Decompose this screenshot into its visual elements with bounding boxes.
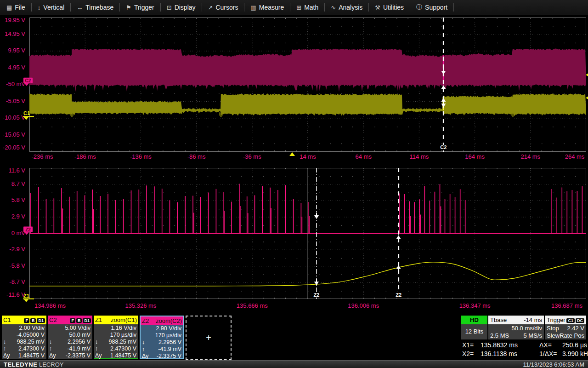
- vertical-arrows-icon: ↕: [38, 4, 41, 11]
- menu-trigger[interactable]: ⚑Trigger: [124, 4, 156, 11]
- timebase-samples: 2.5 MS: [490, 332, 509, 339]
- y-axis-label: -15.05 V: [0, 131, 25, 138]
- tools-icon: ⚒: [375, 4, 380, 11]
- x-axis-label: -36 ms: [222, 153, 282, 160]
- channel-box-c1[interactable]: C1 FBD1 2.00 V/div -4.05000 V ↓988.25 mV…: [2, 316, 46, 359]
- cursor-down-prefix: ↓: [95, 339, 104, 345]
- menu-separator: [368, 3, 369, 12]
- vdiv-value: 5.00 V/div: [58, 325, 90, 332]
- row-prefix: [142, 332, 151, 339]
- delta-y-prefix: Δy: [142, 353, 151, 360]
- zoom-grid-x-axis: 134.986 ms135.326 ms135.666 ms136.006 ms…: [29, 302, 586, 310]
- cursor-down-value: 2.2956 V: [58, 339, 90, 345]
- zoom-grid-y-axis: 11.6 V8.7 V5.8 V2.9 V0 mV-2.9 V-5.8 V-8.…: [0, 168, 27, 299]
- monitor-icon: ⊡: [167, 4, 172, 11]
- hd-title: HD: [470, 316, 479, 323]
- cursor-readout: X1= 135.8632 ms ΔX= 250.6 µs X2= 136.113…: [462, 341, 587, 357]
- hd-header: HD: [461, 316, 487, 324]
- y-axis-label: 2.9 V: [0, 213, 25, 220]
- flag-icon: ⚑: [126, 4, 131, 11]
- x-axis-label: 64 ms: [334, 153, 393, 160]
- y-axis-label: 0 mV: [0, 230, 25, 236]
- svg-text:C2: C2: [25, 78, 31, 83]
- menu-separator: [410, 3, 410, 12]
- delta-y-value: -2.3375 V: [151, 353, 181, 360]
- menu-file[interactable]: ▤File: [5, 4, 27, 11]
- x-axis-label: -86 ms: [167, 153, 226, 160]
- menu-display[interactable]: ⊡Display: [165, 4, 198, 11]
- timebase-box[interactable]: Tbase -14 ms 50.0 ms/div 2.5 MS5 MS/s: [488, 316, 544, 339]
- dx-label: ΔX=: [539, 341, 562, 349]
- cursor-up-prefix: ↑: [95, 345, 104, 352]
- menu-separator: [324, 3, 325, 12]
- y-axis-label: 11.6 V: [0, 167, 25, 174]
- zoom-box-z2-selected[interactable]: Z2 zoom(C2) 2.90 V/div 170 µs/div ↓2.295…: [140, 316, 184, 359]
- x-axis-label: 264 ms: [545, 153, 588, 160]
- zoom-waveform-grid[interactable]: Z2Z2Z2Z1: [29, 168, 586, 299]
- c1-trace: [29, 94, 586, 116]
- cursor-arrow-icon: ↗: [208, 4, 213, 11]
- status-bar: TELEDYNE LECROY 11/13/2023 6:06:53 AM: [0, 360, 588, 368]
- x1-value: 135.8632 ms: [481, 341, 539, 349]
- delta-y-value: 1.48475 V: [12, 352, 45, 359]
- row-prefix: [95, 325, 104, 332]
- cursor-label: C2: [440, 144, 447, 150]
- x-axis-label: 114 ms: [389, 153, 449, 160]
- timebase-header: Tbase -14 ms: [488, 316, 544, 324]
- y-axis-label: 8.7 V: [0, 180, 25, 187]
- offset-value: -4.05000 V: [12, 332, 45, 339]
- delta-y-value: 1.48475 V: [104, 352, 136, 359]
- trigger-mode: Stop: [547, 325, 559, 332]
- x-axis-label: 136.347 ms: [445, 302, 505, 309]
- menu-separator: [160, 3, 161, 12]
- trigger-source-badge: C1: [566, 318, 575, 323]
- horizontal-arrows-icon: ↔: [77, 4, 83, 11]
- zoom-title: Z1: [95, 316, 102, 323]
- menu-vertical[interactable]: ↕Vertical: [36, 4, 66, 11]
- zoom-box-z1[interactable]: Z1 zoom(C1) 1.16 V/div 170 µs/div ↓988.2…: [94, 316, 138, 359]
- menu-measure[interactable]: ▥Measure: [249, 4, 286, 11]
- menu-cursors-label: Cursors: [215, 4, 238, 11]
- cursor-up-prefix: ↑: [142, 346, 151, 353]
- menu-separator: [119, 3, 120, 12]
- bandwidth-badge: B: [76, 318, 82, 323]
- x-axis-label: 136.006 ms: [334, 302, 393, 309]
- hd-bits: 12 Bits: [461, 324, 487, 339]
- main-grid-x-axis: -236 ms-186 ms-136 ms-86 ms-36 ms14 ms64…: [29, 153, 586, 161]
- y-axis-label: -50 mV: [0, 80, 25, 87]
- trigger-level: 2.42 V: [567, 325, 584, 332]
- vdiv-value: 1.16 V/div: [104, 325, 136, 332]
- channel-box-c2[interactable]: C2 FBD1 5.00 V/div 50.0 mV ↓2.2956 V ↑-4…: [48, 316, 92, 359]
- tdiv-value: 170 µs/div: [151, 332, 181, 339]
- menu-support[interactable]: ⓘSupport: [414, 3, 449, 12]
- menu-file-label: File: [15, 4, 25, 11]
- row-prefix: [3, 332, 12, 339]
- measure-icon: ▥: [250, 4, 256, 11]
- menu-bar: ▤File ↕Vertical ↔Timebase ⚑Trigger ⊡Disp…: [0, 0, 588, 15]
- main-grid-y-axis: 19.95 V14.95 V9.95 V4.95 V-50 mV-5.05 V-…: [0, 17, 27, 152]
- channel-box-c1-body: 2.00 V/div -4.05000 V ↓988.25 mV ↑2.4730…: [2, 324, 46, 359]
- channel-box-c1-header: C1 FBD1: [2, 316, 46, 324]
- menu-cursors[interactable]: ↗Cursors: [206, 4, 240, 11]
- delta-y-prefix: Δy: [49, 352, 58, 359]
- trigger-badges: C1DC: [565, 316, 584, 323]
- menu-timebase[interactable]: ↔Timebase: [75, 4, 115, 11]
- row-prefix: [49, 332, 58, 339]
- menu-analysis[interactable]: ∿Analysis: [329, 4, 364, 11]
- hd-mode-box[interactable]: HD 12 Bits: [461, 316, 487, 339]
- main-waveform-grid[interactable]: C2C2C1: [29, 17, 586, 152]
- x-axis-label: 164 ms: [445, 153, 505, 160]
- menu-separator: [244, 3, 244, 12]
- y-axis-label: -11.6 V: [0, 291, 25, 298]
- plus-icon: +: [206, 333, 211, 343]
- menu-math[interactable]: ⊞Math: [294, 4, 320, 11]
- c2-trace: [29, 49, 586, 92]
- channel-badges: FBD1: [23, 316, 45, 323]
- delta-y-prefix: Δy: [95, 352, 104, 359]
- invdx-value: 3.990 kHz: [562, 350, 588, 357]
- menu-timebase-label: Timebase: [85, 4, 113, 11]
- add-trace-box[interactable]: +: [186, 316, 232, 360]
- trigger-box[interactable]: Trigger C1DC Stop2.42 V SlewRatePos: [545, 316, 586, 339]
- cursor-up-prefix: ↑: [49, 345, 58, 352]
- menu-utilities[interactable]: ⚒Utilities: [373, 4, 406, 11]
